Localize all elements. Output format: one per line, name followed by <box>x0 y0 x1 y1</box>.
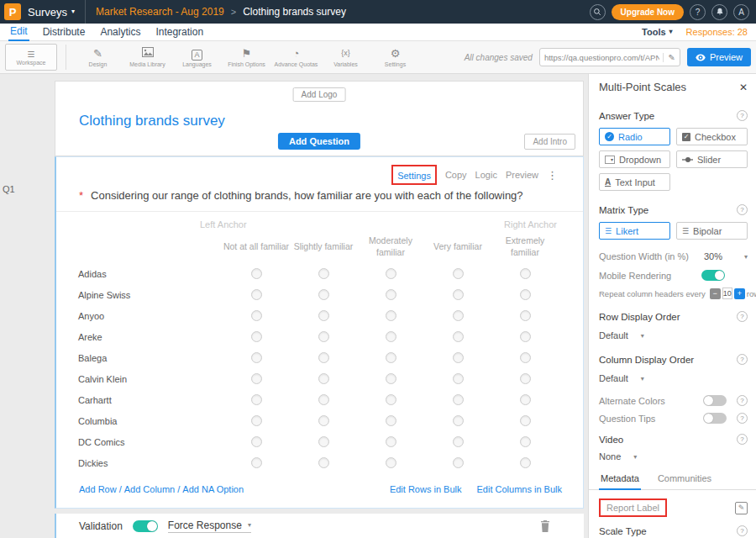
help-icon[interactable]: ? <box>737 354 748 365</box>
radio-option[interactable] <box>453 415 464 426</box>
report-label-annotation-box[interactable]: Report Label <box>599 498 667 517</box>
row-label[interactable]: Carhartt <box>78 395 223 405</box>
radio-option[interactable] <box>453 331 464 342</box>
radio-option[interactable] <box>453 373 464 384</box>
help-icon[interactable]: ? <box>737 110 748 121</box>
radio-option[interactable] <box>453 268 464 279</box>
tab-distribute[interactable]: Distribute <box>41 24 87 41</box>
radio-option[interactable] <box>251 310 262 321</box>
help-icon[interactable]: ? <box>737 525 748 536</box>
radio-option[interactable] <box>318 352 329 363</box>
edit-url-icon[interactable]: ✎ <box>663 53 675 62</box>
radio-option[interactable] <box>386 352 396 363</box>
tools-menu[interactable]: Tools ▾ <box>642 27 673 37</box>
question-logic-link[interactable]: Logic <box>475 170 497 180</box>
search-button[interactable] <box>590 4 606 20</box>
radio-option[interactable] <box>251 415 262 426</box>
radio-option[interactable] <box>386 394 396 405</box>
column-header[interactable]: Extremely familiar <box>491 235 559 258</box>
toolbar-finish-options[interactable]: ⚑ Finish Options <box>222 47 271 67</box>
tab-communities[interactable]: Communities <box>656 470 713 489</box>
radio-option[interactable] <box>453 310 464 321</box>
radio-option[interactable] <box>453 457 464 468</box>
radio-option[interactable] <box>520 394 531 405</box>
column-header[interactable]: Very familiar <box>424 240 491 252</box>
answer-type-text-input[interactable]: A Text Input <box>599 173 670 191</box>
mobile-rendering-toggle[interactable] <box>701 270 725 281</box>
decrement-button[interactable]: − <box>710 288 721 299</box>
radio-option[interactable] <box>453 352 464 363</box>
question-tips-toggle[interactable] <box>703 413 727 424</box>
add-intro-button[interactable]: Add Intro <box>524 134 575 150</box>
radio-option[interactable] <box>520 352 531 363</box>
question-settings-link[interactable]: Settings <box>397 171 431 181</box>
radio-option[interactable] <box>386 415 396 426</box>
workspace-button[interactable]: ☰ Workspace <box>5 44 57 71</box>
radio-option[interactable] <box>386 436 396 447</box>
radio-option[interactable] <box>520 289 531 300</box>
row-label[interactable]: Adidas <box>78 269 223 279</box>
surveys-product-menu[interactable]: Surveys ▾ <box>28 6 75 18</box>
radio-option[interactable] <box>318 394 329 405</box>
radio-option[interactable] <box>318 415 329 426</box>
radio-option[interactable] <box>453 289 464 300</box>
notifications-button[interactable] <box>711 4 727 20</box>
radio-option[interactable] <box>453 436 464 447</box>
row-display-order-dropdown[interactable]: Default ▾ <box>599 330 748 340</box>
radio-option[interactable] <box>318 289 329 300</box>
edit-report-label-icon[interactable]: ✎ <box>735 502 748 514</box>
alternate-colors-toggle[interactable] <box>703 395 727 406</box>
toolbar-advance-quotas[interactable]: ◔ Advance Quotas <box>271 47 321 67</box>
question-width-value[interactable]: 30% <box>704 251 722 261</box>
radio-option[interactable] <box>318 457 329 468</box>
radio-option[interactable] <box>251 268 262 279</box>
tab-integration[interactable]: Integration <box>154 24 205 41</box>
radio-option[interactable] <box>386 289 396 300</box>
add-column-link[interactable]: Add Column <box>124 484 176 494</box>
radio-option[interactable] <box>251 457 262 468</box>
radio-option[interactable] <box>386 268 396 279</box>
increment-button[interactable]: + <box>734 288 745 299</box>
breadcrumb-project[interactable]: Market Research - Aug 2019 <box>96 6 224 18</box>
validation-type-dropdown[interactable]: Force Response ▾ <box>168 520 251 533</box>
radio-option[interactable] <box>318 268 329 279</box>
tab-metadata[interactable]: Metadata <box>599 470 641 490</box>
responses-count[interactable]: Responses: 28 <box>686 27 748 37</box>
radio-option[interactable] <box>520 310 531 321</box>
chevron-down-icon[interactable]: ▾ <box>744 253 748 261</box>
radio-option[interactable] <box>520 331 531 342</box>
row-label[interactable]: Alpine Swiss <box>78 290 223 300</box>
account-avatar[interactable]: A <box>733 4 749 20</box>
row-label[interactable]: Balega <box>78 353 223 363</box>
row-label[interactable]: DC Comics <box>78 437 223 447</box>
radio-option[interactable] <box>251 352 262 363</box>
radio-option[interactable] <box>318 310 329 321</box>
radio-option[interactable] <box>386 373 396 384</box>
add-na-option-link[interactable]: Add NA Option <box>182 484 244 494</box>
column-display-order-dropdown[interactable]: Default ▾ <box>599 373 748 383</box>
left-anchor-placeholder[interactable]: Left Anchor <box>200 219 247 229</box>
toolbar-variables[interactable]: {x} Variables <box>321 47 370 67</box>
preview-button[interactable]: Preview <box>687 48 751 66</box>
validation-toggle[interactable] <box>133 520 158 532</box>
help-icon[interactable]: ? <box>737 204 748 215</box>
tab-analytics[interactable]: Analytics <box>98 24 142 41</box>
column-header[interactable]: Not at all familiar <box>223 240 290 252</box>
radio-option[interactable] <box>251 394 262 405</box>
radio-option[interactable] <box>251 373 262 384</box>
toolbar-settings[interactable]: ⚙ Settings <box>370 47 420 67</box>
help-icon[interactable]: ? <box>737 395 748 406</box>
radio-option[interactable] <box>251 289 262 300</box>
radio-option[interactable] <box>520 373 531 384</box>
radio-option[interactable] <box>520 415 531 426</box>
repeat-headers-value[interactable]: 10 <box>722 287 732 299</box>
answer-type-dropdown[interactable]: ▾ Dropdown <box>599 150 670 168</box>
questionpro-logo[interactable]: P <box>4 3 21 20</box>
toolbar-design[interactable]: ✎ Design <box>73 47 123 67</box>
radio-option[interactable] <box>251 436 262 447</box>
column-header[interactable]: Slightly familiar <box>290 240 357 252</box>
row-label[interactable]: Areke <box>78 332 223 342</box>
more-options-icon[interactable]: ⋮ <box>547 169 558 182</box>
row-label[interactable]: Calvin Klein <box>78 374 223 384</box>
help-icon[interactable]: ? <box>737 434 748 445</box>
